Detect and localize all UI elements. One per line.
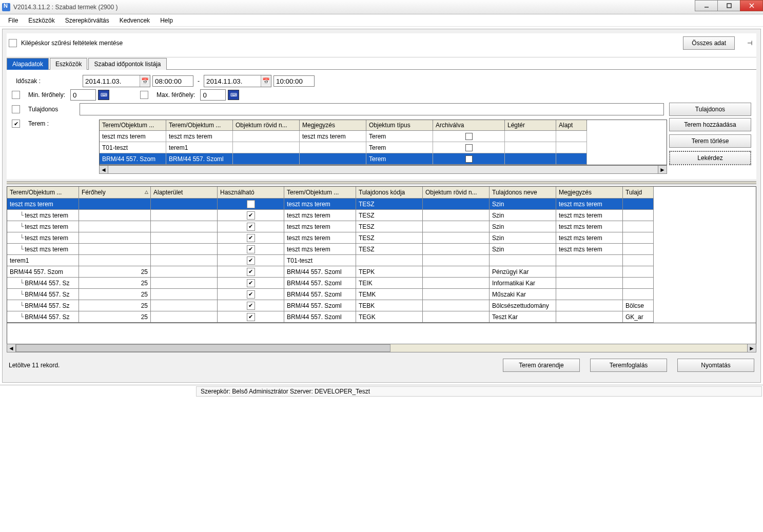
terem-hscroll[interactable]: ◄ ► — [99, 165, 667, 174]
column-header[interactable]: Használható — [218, 187, 284, 199]
splitter[interactable] — [7, 181, 756, 184]
table-row[interactable]: BRM/44 557. Szom25BRM/44 557. SzomlTEPKP… — [7, 266, 756, 278]
cell — [423, 311, 490, 323]
cell[interactable] — [218, 210, 284, 221]
cell[interactable] — [218, 221, 284, 232]
calendar-icon[interactable]: 📅 — [261, 75, 271, 87]
table-row[interactable]: T01-tesztterem1Terem — [100, 142, 667, 153]
cell[interactable] — [218, 300, 284, 311]
table-row[interactable]: └BRM/44 557. Sz25BRM/44 557. SzomlTEIKIn… — [7, 278, 756, 289]
time-to-input[interactable] — [273, 75, 315, 87]
table-row[interactable]: terem1T01-teszt — [7, 255, 756, 266]
pin-icon[interactable]: ⊣ — [745, 37, 754, 49]
tab-alapadatok[interactable]: Alapadatok — [7, 58, 49, 70]
min-ferhely-input[interactable] — [70, 89, 96, 101]
save-filter-label: Kilépéskor szűrési feltételek mentése — [21, 40, 683, 47]
cell[interactable] — [218, 255, 284, 266]
table-row[interactable]: └teszt mzs teremteszt mzs teremTESZSzint… — [7, 221, 756, 232]
column-header[interactable]: Tulajdonos neve — [490, 187, 556, 199]
table-row[interactable]: └teszt mzs teremteszt mzs teremTESZSzint… — [7, 232, 756, 244]
terem-orarend-button[interactable]: Terem órarendje — [503, 359, 580, 372]
terem-del-button[interactable]: Terem törlése — [669, 134, 751, 148]
table-row[interactable]: └teszt mzs teremteszt mzs teremTESZSzint… — [7, 210, 756, 221]
column-header[interactable]: Tulajdonos kódja — [356, 187, 423, 199]
scroll-right-icon[interactable]: ► — [658, 166, 667, 173]
menu-help[interactable]: Help — [155, 15, 178, 26]
date-to[interactable]: 📅 — [204, 75, 271, 87]
column-header[interactable]: Megjegyzés — [556, 187, 623, 199]
tab-eszkozok[interactable]: Eszközök — [50, 58, 87, 70]
column-header[interactable]: Terem/Objektum ... — [100, 120, 166, 131]
cell[interactable] — [218, 311, 284, 323]
main-grid[interactable]: Terem/Objektum ...Férőhely△AlapterületHa… — [7, 186, 756, 323]
tulajdonos-input[interactable] — [80, 103, 664, 115]
all-data-button[interactable]: Összes adat — [683, 36, 735, 50]
column-header[interactable]: Alapt — [556, 120, 587, 131]
table-row[interactable]: teszt mzs teremteszt mzs teremteszt mzs … — [100, 131, 667, 142]
close-button[interactable] — [740, 0, 763, 11]
terem-grid[interactable]: Terem/Objektum ...Terem/Objektum ...Obje… — [99, 120, 667, 165]
minimize-button[interactable] — [695, 0, 718, 11]
date-to-input[interactable] — [204, 75, 261, 87]
nyomtatas-button[interactable]: Nyomtatás — [677, 359, 754, 372]
menu-kedvencek[interactable]: Kedvencek — [114, 15, 155, 26]
min-ferhely-checkbox[interactable] — [12, 91, 20, 99]
terem-checkbox[interactable] — [12, 120, 20, 128]
menu-szerepkorvaltas[interactable]: Szerepkörváltás — [60, 15, 114, 26]
teremfoglalas-button[interactable]: Teremfoglalás — [590, 359, 667, 372]
column-header[interactable]: Objektum rövid n... — [423, 187, 490, 199]
table-row[interactable]: BRM/44 557. SzomBRM/44 557. SzomlTerem — [100, 153, 667, 165]
date-from-input[interactable] — [83, 75, 140, 87]
menu-file[interactable]: File — [3, 15, 23, 26]
main-hscroll[interactable]: ◄ ► — [7, 344, 756, 352]
column-header[interactable]: Objektum rövid n... — [233, 120, 300, 131]
table-row[interactable]: └BRM/44 557. Sz25BRM/44 557. SzomlTEBKBö… — [7, 300, 756, 311]
column-header[interactable]: Terem/Objektum ... — [7, 187, 79, 199]
cell — [556, 142, 587, 153]
column-header[interactable]: Objektum típus — [366, 120, 433, 131]
terem-add-button[interactable]: Terem hozzáadása — [669, 118, 751, 131]
column-header[interactable]: Megjegyzés — [300, 120, 366, 131]
menu-eszkozok[interactable]: Eszközök — [23, 15, 60, 26]
cell[interactable] — [218, 244, 284, 255]
column-header[interactable]: Alapterület — [151, 187, 218, 199]
table-row[interactable]: teszt mzs teremteszt mzs teremTESZSzinte… — [7, 199, 756, 210]
keypad-icon[interactable] — [228, 90, 239, 100]
column-header[interactable]: Terem/Objektum ... — [166, 120, 233, 131]
time-from-input[interactable] — [152, 75, 193, 87]
cell — [151, 266, 218, 278]
column-header[interactable]: Tulajd — [623, 187, 654, 199]
column-header[interactable]: Légtér — [505, 120, 556, 131]
cell[interactable] — [218, 266, 284, 278]
scroll-thumb[interactable] — [16, 344, 390, 352]
table-row[interactable]: └BRM/44 557. Sz25BRM/44 557. SzomlTEMKMű… — [7, 289, 756, 300]
scroll-right-icon[interactable]: ► — [747, 344, 756, 352]
cell: Szin — [490, 199, 556, 210]
save-filter-checkbox[interactable] — [9, 39, 17, 47]
tulajdonos-button[interactable]: Tulajdonos — [669, 103, 751, 116]
tulajdonos-checkbox[interactable] — [12, 105, 20, 113]
cell[interactable] — [218, 278, 284, 289]
tab-szabad-idopontok[interactable]: Szabad időpontok listája — [88, 58, 166, 70]
scroll-left-icon[interactable]: ◄ — [7, 344, 16, 352]
column-header[interactable]: Férőhely△ — [79, 187, 151, 199]
calendar-icon[interactable]: 📅 — [140, 75, 150, 87]
cell[interactable] — [218, 232, 284, 244]
window-title: V2014.3.11.2 : Szabad termek (2900 ) — [13, 4, 761, 11]
scroll-track[interactable] — [108, 166, 658, 173]
column-header[interactable]: Terem/Objektum ... — [284, 187, 356, 199]
date-from[interactable]: 📅 — [83, 75, 150, 87]
table-row[interactable]: └teszt mzs teremteszt mzs teremTESZSzint… — [7, 244, 756, 255]
max-ferhely-checkbox[interactable] — [140, 91, 148, 99]
cell — [151, 255, 218, 266]
maximize-button[interactable] — [717, 0, 740, 11]
cell[interactable] — [218, 289, 284, 300]
scroll-track[interactable] — [390, 344, 748, 352]
column-header[interactable]: Archiválva — [433, 120, 505, 131]
table-row[interactable]: └BRM/44 557. Sz25BRM/44 557. SzomlTEGKTe… — [7, 311, 756, 323]
cell[interactable] — [218, 199, 284, 210]
keypad-icon[interactable] — [98, 90, 109, 100]
max-ferhely-input[interactable] — [200, 89, 226, 101]
lekerdez-button[interactable]: Lekérdez — [669, 151, 751, 165]
scroll-left-icon[interactable]: ◄ — [100, 166, 108, 173]
